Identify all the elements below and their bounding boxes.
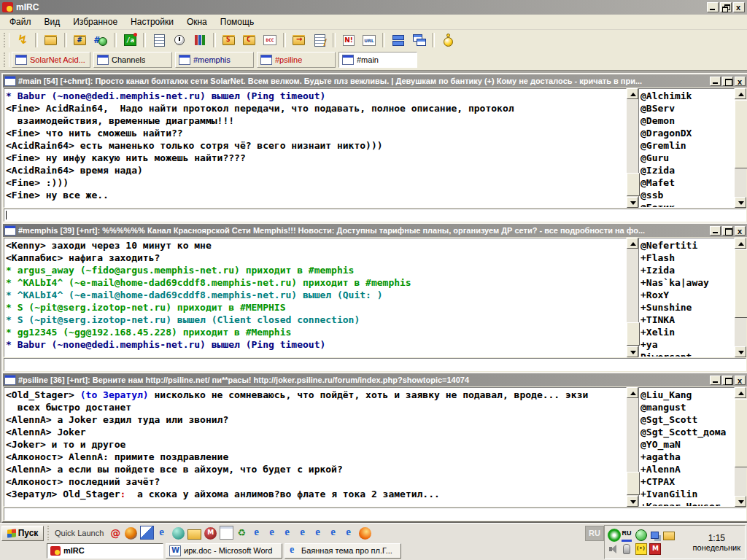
- nick-item[interactable]: @YO_maN: [640, 438, 732, 451]
- message-input-psiline[interactable]: [4, 508, 746, 521]
- chanlist-button[interactable]: [91, 31, 110, 49]
- editor-button[interactable]: [310, 31, 329, 49]
- ie2-icon[interactable]: [267, 527, 279, 540]
- nick-item[interactable]: +Nas`ka|away: [640, 276, 732, 289]
- dccchat-button[interactable]: [240, 31, 259, 49]
- tab-solarnet-acid-[interactable]: SolarNet Acid...: [12, 52, 90, 68]
- ie2-icon[interactable]: [252, 527, 264, 540]
- scroll-up-button[interactable]: [627, 238, 638, 249]
- channel-maximize-button[interactable]: [722, 376, 733, 385]
- at-icon[interactable]: [109, 527, 122, 540]
- scroll-up-button[interactable]: [735, 88, 746, 99]
- nick-item[interactable]: @Ботик: [640, 201, 732, 208]
- channel-minimize-button[interactable]: [710, 376, 721, 385]
- nick-item[interactable]: @ssb: [640, 189, 732, 201]
- app-restore-button[interactable]: [720, 2, 732, 12]
- tray-folder-icon[interactable]: [663, 532, 675, 540]
- language-indicator[interactable]: RU: [585, 526, 604, 541]
- channel-maximize-button[interactable]: [722, 226, 733, 236]
- menu-item-Окна[interactable]: Окна: [180, 15, 214, 28]
- nick-item[interactable]: Diwersant: [640, 351, 732, 357]
- nick-item[interactable]: @Sgt_Scott_дома: [640, 426, 732, 438]
- tile-button[interactable]: [389, 31, 408, 49]
- channel-maximize-button[interactable]: [722, 77, 733, 86]
- app-minimize-button[interactable]: [707, 2, 719, 12]
- channel-close-button[interactable]: x: [735, 226, 746, 236]
- taskbar-task-word[interactable]: ирк.doc - Microsoft Word: [166, 543, 282, 559]
- oe-icon[interactable]: [140, 526, 154, 540]
- menu-item-Помощь[interactable]: Помощь: [214, 15, 260, 28]
- menu-item-Настройки[interactable]: Настройки: [124, 15, 180, 28]
- nick-item[interactable]: @DragonDX: [640, 127, 732, 139]
- scrollbar-thumb[interactable]: [627, 472, 640, 495]
- aliases-button[interactable]: [120, 31, 139, 49]
- nick-item[interactable]: +agatha: [640, 451, 732, 463]
- scroll-up-button[interactable]: [735, 238, 746, 249]
- url-button[interactable]: [360, 31, 379, 49]
- nick-item[interactable]: @Mafet: [640, 176, 732, 189]
- tray-target-icon[interactable]: [608, 529, 621, 542]
- ie2-icon[interactable]: [298, 527, 310, 540]
- scrollbar-thumb[interactable]: [627, 173, 640, 196]
- message-input-main[interactable]: [4, 209, 746, 222]
- scrollbar-thumb[interactable]: [735, 399, 747, 467]
- channel-close-button[interactable]: x: [735, 376, 746, 385]
- channel-close-button[interactable]: x: [735, 77, 746, 86]
- scroll-down-button[interactable]: [735, 197, 746, 208]
- away-button[interactable]: [438, 31, 457, 49]
- nick-item[interactable]: @Gremlin: [640, 139, 732, 152]
- tab-channels[interactable]: Channels: [93, 52, 172, 68]
- nick-item[interactable]: @BServ: [640, 102, 732, 114]
- taskbar-task-mirc[interactable]: mIRC: [47, 543, 163, 559]
- tray-ru-icon[interactable]: RU: [622, 529, 632, 542]
- channel-minimize-button[interactable]: [710, 77, 721, 86]
- nick-item[interactable]: +Kaspar_Houser: [640, 500, 732, 507]
- taskbar-task-ie[interactable]: Баянная тема про пл.Г...: [285, 543, 401, 559]
- nick-item[interactable]: +ya: [640, 338, 732, 351]
- nick-item[interactable]: @Guru: [640, 152, 732, 164]
- scrollbar-thumb[interactable]: [735, 100, 747, 168]
- nick-item[interactable]: +IvanGilin: [640, 488, 732, 500]
- channel-titlebar-memphis[interactable]: #memphis [39] [+nrt]: %%%%%% Канал Красн…: [3, 224, 747, 237]
- tab-#psiline[interactable]: #psiline: [257, 52, 336, 68]
- nick-item[interactable]: +RoxY: [640, 289, 732, 301]
- nick-item[interactable]: +Izida: [640, 264, 732, 276]
- globe-icon[interactable]: [172, 527, 185, 540]
- menu-item-Избранное[interactable]: Избранное: [66, 15, 124, 28]
- menu-item-Вид[interactable]: Вид: [38, 15, 67, 28]
- folder-icon[interactable]: [187, 529, 201, 540]
- options-button[interactable]: [42, 31, 61, 49]
- scroll-down-button[interactable]: [627, 346, 638, 357]
- quick-launch-grip[interactable]: [47, 526, 51, 540]
- scroll-up-button[interactable]: [735, 387, 746, 398]
- nick-item[interactable]: +AlennA: [640, 463, 732, 475]
- nick-item[interactable]: @Izida: [640, 164, 732, 176]
- scroll-down-button[interactable]: [627, 496, 638, 507]
- recycle-icon[interactable]: [236, 527, 249, 540]
- cascade-button[interactable]: [409, 31, 428, 49]
- ie-icon[interactable]: [157, 527, 169, 540]
- nick-item[interactable]: @Demon: [640, 114, 732, 127]
- tray-net-icon[interactable]: [651, 532, 659, 539]
- fserve-button[interactable]: [290, 31, 309, 49]
- message-input-memphis[interactable]: [4, 358, 746, 371]
- clock-button[interactable]: [170, 31, 189, 49]
- ie2-icon[interactable]: [344, 527, 356, 540]
- nick-item[interactable]: @Liu_Kang: [640, 389, 732, 401]
- nick-item[interactable]: @Nefertiti: [640, 239, 732, 252]
- tab-#main[interactable]: #main: [338, 52, 417, 68]
- scroll-down-button[interactable]: [735, 496, 746, 507]
- nick-item[interactable]: +CTPAX: [640, 475, 732, 488]
- ie2-icon[interactable]: [328, 527, 341, 540]
- scrollbar-thumb[interactable]: [735, 249, 747, 318]
- app-close-button[interactable]: x: [733, 2, 745, 12]
- firefox-icon[interactable]: [359, 527, 371, 540]
- menu-item-Файл[interactable]: Файл: [3, 15, 38, 28]
- ie2-icon[interactable]: [313, 527, 325, 540]
- books-button[interactable]: [190, 31, 209, 49]
- channel-titlebar-main[interactable]: #main [54] [+chnrt]: Просто канал болтал…: [3, 74, 747, 88]
- notes-icon[interactable]: [220, 526, 233, 540]
- scroll-down-button[interactable]: [735, 346, 746, 357]
- scroll-up-button[interactable]: [627, 387, 638, 398]
- tray-radio-icon[interactable]: [635, 543, 647, 555]
